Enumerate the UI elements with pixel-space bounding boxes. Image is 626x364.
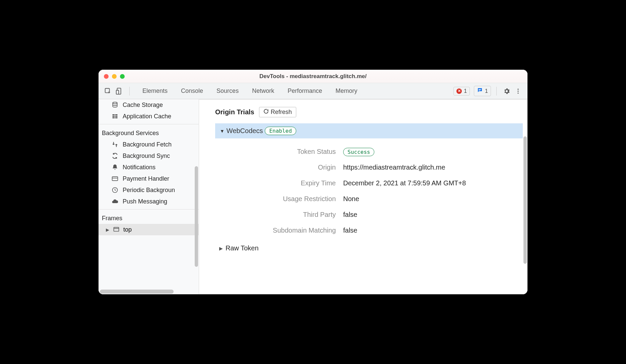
sidebar-item-bg-sync[interactable]: Background Sync <box>99 150 199 162</box>
sidebar-scrollbar-vertical[interactable] <box>195 166 198 267</box>
svg-point-7 <box>517 93 518 94</box>
traffic-lights <box>104 74 125 79</box>
sidebar-scrollbar-horizontal[interactable] <box>100 290 199 294</box>
svg-rect-2 <box>116 90 119 94</box>
svg-rect-18 <box>114 227 119 231</box>
sidebar-item-label: Application Cache <box>123 113 171 120</box>
bell-icon <box>111 164 119 171</box>
tab-sources[interactable]: Sources <box>210 83 245 99</box>
content-area: Cache Storage Application Cache Backgrou… <box>99 99 527 294</box>
error-count-badge[interactable]: ✕ 1 <box>453 87 470 96</box>
sidebar-item-cache-storage[interactable]: Cache Storage <box>99 99 199 111</box>
token-status-badge: Success <box>343 148 374 156</box>
raw-token-row[interactable]: ▶ Raw Token <box>219 244 527 252</box>
sidebar-item-push[interactable]: Push Messaging <box>99 196 199 207</box>
sidebar-item-label: Payment Handler <box>123 175 169 182</box>
application-sidebar: Cache Storage Application Cache Backgrou… <box>99 99 199 294</box>
sidebar-item-periodic-sync[interactable]: Periodic Backgroun <box>99 184 199 196</box>
devtools-tabs: Elements Console Sources Network Perform… <box>136 83 364 99</box>
maximize-window-button[interactable] <box>120 74 125 79</box>
minimize-window-button[interactable] <box>112 74 117 79</box>
sidebar-section-background: Background Services <box>99 124 199 139</box>
sidebar-item-label: Periodic Backgroun <box>123 187 175 194</box>
sidebar-item-label: Push Messaging <box>123 198 167 205</box>
error-icon: ✕ <box>456 88 462 94</box>
expiry-value: December 2, 2021 at 7:59:59 AM GMT+8 <box>340 179 527 187</box>
svg-rect-13 <box>113 117 115 118</box>
svg-rect-15 <box>112 177 118 181</box>
window-titlebar: DevTools - mediastreamtrack.glitch.me/ <box>99 70 527 83</box>
sidebar-item-label: Background Sync <box>123 153 170 160</box>
database-icon <box>111 101 119 109</box>
subdomain-value: false <box>340 227 527 234</box>
toolbar-divider <box>496 87 497 96</box>
close-window-button[interactable] <box>104 74 109 79</box>
frame-icon <box>113 226 120 233</box>
frame-name: top <box>123 226 132 233</box>
device-toggle-icon[interactable] <box>115 86 124 96</box>
refresh-label: Refresh <box>271 109 292 116</box>
sidebar-item-label: Cache Storage <box>123 102 163 109</box>
third-party-value: false <box>340 211 527 219</box>
sidebar-item-label: Notifications <box>123 164 155 171</box>
cloud-icon <box>111 198 119 205</box>
sidebar-item-label: Background Fetch <box>123 141 172 148</box>
third-party-label: Third Party <box>235 211 336 219</box>
svg-rect-14 <box>115 117 118 118</box>
svg-rect-4 <box>479 90 480 90</box>
origin-label: Origin <box>235 164 336 171</box>
window-title: DevTools - mediastreamtrack.glitch.me/ <box>259 73 367 80</box>
tab-network[interactable]: Network <box>245 83 281 99</box>
subdomain-label: Subdomain Matching <box>235 227 336 234</box>
usage-label: Usage Restriction <box>235 195 336 203</box>
toolbar-divider <box>129 87 130 96</box>
tab-memory[interactable]: Memory <box>329 83 364 99</box>
usage-value: None <box>340 195 527 203</box>
svg-rect-3 <box>479 89 481 90</box>
panel-title: Origin Trials <box>215 108 254 116</box>
inspect-element-icon[interactable] <box>103 86 113 96</box>
origin-value: https://mediastreamtrack.glitch.me <box>340 164 527 171</box>
svg-rect-10 <box>115 114 118 115</box>
refresh-icon <box>263 109 269 116</box>
origin-trial-row[interactable]: ▼ WebCodecs Enabled <box>215 123 523 138</box>
error-count: 1 <box>464 88 467 94</box>
main-scrollbar-vertical[interactable] <box>523 136 527 264</box>
sidebar-item-bg-fetch[interactable]: Background Fetch <box>99 139 199 150</box>
refresh-button[interactable]: Refresh <box>259 107 296 117</box>
sidebar-item-frame-top[interactable]: ▶ top <box>99 224 199 235</box>
grid-icon <box>111 113 119 120</box>
kebab-menu-icon[interactable] <box>513 86 523 96</box>
trial-status-badge: Enabled <box>265 127 296 135</box>
message-count: 1 <box>485 88 488 94</box>
raw-token-label: Raw Token <box>226 244 259 252</box>
tab-performance[interactable]: Performance <box>281 83 329 99</box>
sidebar-item-payment[interactable]: Payment Handler <box>99 173 199 184</box>
devtools-window: DevTools - mediastreamtrack.glitch.me/ E… <box>99 70 527 294</box>
main-panel: Origin Trials Refresh ▼ WebCodecs Enable… <box>199 99 527 294</box>
expand-arrow-icon: ▶ <box>106 227 109 232</box>
triangle-right-icon: ▶ <box>219 246 223 251</box>
expiry-label: Expiry Time <box>235 179 336 187</box>
sync-icon <box>111 152 119 160</box>
tab-elements[interactable]: Elements <box>136 83 174 99</box>
devtools-toolbar: Elements Console Sources Network Perform… <box>99 83 527 99</box>
trial-name: WebCodecs <box>227 127 263 135</box>
svg-point-6 <box>517 90 518 92</box>
tab-console[interactable]: Console <box>174 83 210 99</box>
triangle-down-icon: ▼ <box>220 128 225 134</box>
sidebar-item-notifications[interactable]: Notifications <box>99 162 199 173</box>
sidebar-item-app-cache[interactable]: Application Cache <box>99 111 199 122</box>
card-icon <box>111 175 119 182</box>
main-header: Origin Trials Refresh <box>215 107 527 123</box>
message-icon <box>477 87 483 95</box>
svg-rect-9 <box>113 114 115 115</box>
message-count-badge[interactable]: 1 <box>474 86 491 96</box>
gear-icon[interactable] <box>502 86 511 96</box>
svg-point-5 <box>517 88 518 89</box>
svg-rect-12 <box>115 116 118 117</box>
svg-point-8 <box>113 102 117 104</box>
trial-details: Token Status Success Origin https://medi… <box>235 148 527 234</box>
sidebar-section-frames: Frames <box>99 209 199 224</box>
svg-rect-11 <box>113 116 115 117</box>
